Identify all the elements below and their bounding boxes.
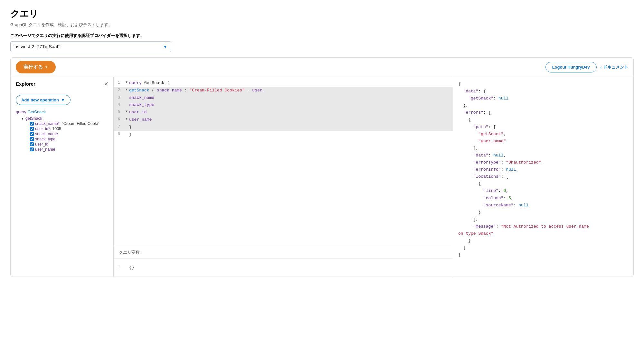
page-subtitle: GraphQL クエリを作成、検証、およびテストします。 [10,22,634,28]
page-title: クエリ [10,8,634,20]
code-line-7: 7 } [114,124,453,131]
dropdown-arrow-icon: ▼ [61,98,65,102]
auth-select-wrapper: us-west-2_P7TqrSaaF ▼ [10,41,171,52]
editor-panel: 1 ▼ query GetSnack { 2 ▼ getSnack [114,77,453,277]
tree-root: ▼ getSnack snack_name*: "Cream-Filled Co… [16,116,108,152]
result-body: { "data": { "getSnack": null }, "errors"… [453,77,633,262]
explorer-header: Explorer ✕ [11,77,113,91]
list-item: snack_name*: "Cream-Filled Cooki" [30,121,108,126]
field-checkbox-snack-name-arg[interactable] [30,122,34,126]
query-label: query GetSnack [16,109,108,114]
field-checkbox-snack-type[interactable] [30,137,34,141]
top-bar: 実行する ▼ Logout HungryDev ‹ ドキュメント [11,58,633,77]
content-area: Explorer ✕ Add new operation ▼ query Get… [11,77,633,277]
main-panel: 実行する ▼ Logout HungryDev ‹ ドキュメント Explore… [10,57,634,277]
query-name: GetSnack [27,109,46,114]
code-line-4: 4 snack_type [114,101,453,109]
list-item: user_id*: 1005 [30,127,108,131]
explorer-title: Explorer [16,81,35,87]
chevron-left-icon: ‹ [601,65,602,70]
explorer-close-button[interactable]: ✕ [104,81,108,87]
variables-editor[interactable]: 1 {} [114,261,453,274]
field-checkbox-user-id[interactable] [30,142,34,146]
code-editor[interactable]: 1 ▼ query GetSnack { 2 ▼ getSnack [114,77,453,141]
list-item: user_id [30,142,108,146]
editor-body[interactable]: 1 ▼ query GetSnack { 2 ▼ getSnack [114,77,453,246]
tree-arrow-icon: ▼ [21,117,24,120]
variables-panel: クエリ変数 1 {} [114,246,453,277]
field-checkbox-user-id-arg[interactable] [30,127,34,131]
code-line-8: 8 } [114,131,453,138]
logout-button[interactable]: Logout HungryDev [545,62,597,72]
auth-provider-select[interactable]: us-west-2_P7TqrSaaF [10,41,171,52]
fold-arrow-icon: ▼ [124,80,129,85]
field-checkbox-snack-name[interactable] [30,132,34,136]
code-line-var-1: 1 {} [114,264,453,271]
code-line-1: 1 ▼ query GetSnack { [114,80,453,87]
auth-provider-label: このページでクエリの実行に使用する認証プロバイダーを選択します。 [10,33,634,39]
code-line-2: 2 ▼ getSnack ( snack_name : "Cream-Fille… [114,87,453,94]
list-item: user_name [30,147,108,152]
variables-header: クエリ変数 [114,246,453,259]
code-line-6: 6 ▼ user_name [114,116,453,124]
list-item: snack_name [30,132,108,136]
run-button[interactable]: 実行する ▼ [16,61,56,73]
fold-arrow-icon: ▼ [124,87,129,92]
explorer-panel: Explorer ✕ Add new operation ▼ query Get… [11,77,114,277]
fold-arrow-icon: ▼ [124,117,129,122]
tree-children: snack_name*: "Cream-Filled Cooki" user_i… [21,121,108,152]
result-panel: { "data": { "getSnack": null }, "errors"… [453,77,633,277]
list-item: snack_type [30,137,108,141]
fold-arrow-icon: ▼ [124,109,129,114]
doc-link[interactable]: ‹ ドキュメント [601,64,628,70]
list-item: ▼ getSnack [21,116,108,121]
variables-body: 1 {} [114,259,453,277]
dropdown-arrow-icon: ▼ [45,65,48,69]
query-keyword: query [16,109,26,114]
add-new-operation-button[interactable]: Add new operation ▼ [16,95,71,105]
code-line-3: 3 snack_name [114,94,453,102]
field-checkbox-user-name[interactable] [30,147,34,151]
code-line-5: 5 ▼ user_id [114,109,453,116]
explorer-body: Add new operation ▼ query GetSnack ▼ get… [11,91,113,277]
